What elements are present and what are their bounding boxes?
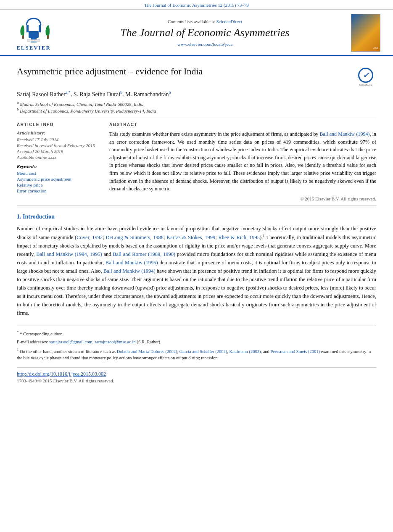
ref-garcia-2002[interactable]: Garcia and Schaller (2002)	[179, 349, 227, 353]
article-info-heading: ARTICLE INFO	[17, 122, 101, 127]
keyword-2[interactable]: Asymmetric price adjustment	[17, 176, 101, 182]
svg-rect-3	[39, 25, 41, 32]
sciencedirect-link[interactable]: ScienceDirect	[216, 19, 242, 24]
main-content-area: Asymmetric price adjustment – evidence f…	[0, 56, 393, 392]
author-3-super: b	[169, 90, 171, 95]
divider-2	[17, 205, 376, 206]
intro-body: Number of empirical studies in literatur…	[17, 224, 376, 317]
affil-b-label: b	[17, 107, 19, 111]
email-1[interactable]: sartajrasool@gmail.com	[49, 340, 92, 344]
author-3-name: M. Ramachandran	[125, 91, 169, 97]
introduction-section: 1. Introduction Number of empirical stud…	[17, 213, 376, 317]
ref-peersman-2001[interactable]: Peersman and Smets (2001)	[270, 349, 320, 353]
email-label: E-mail addresses:	[17, 340, 48, 344]
fn1-and: and	[263, 349, 269, 353]
online-date: Available online xxxx	[17, 155, 101, 160]
divider-1	[17, 118, 376, 118]
history-label: Article history:	[17, 130, 101, 135]
email-note: E-mail addresses: sartajrasool@gmail.com…	[17, 339, 376, 345]
email-author: (S.R. Rather).	[137, 340, 161, 344]
abstract-copyright: © 2015 Elsevier B.V. All rights reserved…	[109, 196, 376, 201]
ref-ball-romer-1989-90[interactable]: Ball and Romer (1989, 1990)	[113, 251, 175, 257]
elsevier-logo-section: ELSEVIER	[8, 14, 59, 51]
ref-rhee-1995[interactable]: Rhee & Rich, 1995	[218, 234, 260, 240]
affiliations: a Madras School of Economics, Chennai, T…	[17, 100, 376, 113]
ref-ball-mankiw-1994[interactable]: Ball and Mankiw (1994)	[320, 131, 370, 137]
authors-line: Sartaj Rasool Rathera,*, S. Raja Sethu D…	[17, 90, 376, 98]
svg-rect-6	[27, 40, 40, 42]
svg-rect-4	[22, 35, 24, 39]
footnote-area: * * Corresponding author. E-mail address…	[17, 326, 376, 361]
ref-karras-1999[interactable]: Karras & Stokes, 1999	[166, 234, 215, 240]
svg-rect-2	[26, 25, 29, 32]
author-2-name: S. Raja Sethu Durai	[74, 91, 120, 97]
received-date: Received 17 July 2014	[17, 137, 101, 142]
keyword-1[interactable]: Menu cost	[17, 171, 101, 176]
affil-a: a Madras School of Economics, Chennai, T…	[17, 100, 376, 107]
journal-header: ELSEVIER Contents lists available at Sci…	[0, 10, 393, 56]
svg-rect-5	[47, 35, 49, 39]
article-title-row: Asymmetric price adjustment – evidence f…	[17, 66, 376, 87]
keyword-3[interactable]: Relative price	[17, 182, 101, 187]
email-2[interactable]: sartajrasool@mse.ac.in	[95, 340, 136, 344]
affil-b-text: Department of Economics, Pondicherry Uni…	[20, 108, 156, 113]
doi-link[interactable]: http://dx.doi.org/10.1016/j.jeca.2015.03…	[17, 371, 376, 377]
svg-rect-1	[29, 31, 39, 38]
contents-label: Contents lists available at	[168, 19, 215, 24]
elsevier-wordmark: ELSEVIER	[16, 45, 51, 51]
sciencedirect-line: Contents lists available at ScienceDirec…	[63, 19, 347, 24]
journal-name: The Journal of Economic Asymmetries	[63, 26, 347, 39]
journal-cover-image: JEA	[351, 14, 385, 52]
journal-url[interactable]: www.elsevier.com/locate/jeca	[63, 42, 347, 47]
doi-section: http://dx.doi.org/10.1016/j.jeca.2015.03…	[17, 367, 376, 383]
ref-delong-1988[interactable]: DeLong & Summers, 1988	[106, 234, 164, 240]
fn1-line: 1 On the other hand, another stream of l…	[17, 347, 376, 361]
journal-citation-text: The Journal of Economic Asymmetries 12 (…	[144, 3, 248, 8]
ref-dolado-2002[interactable]: Dolado and Maria-Dolores (2002)	[117, 349, 177, 353]
ref-cover-1992[interactable]: Cover, 1992	[76, 234, 103, 240]
journal-title-area: Contents lists available at ScienceDirec…	[59, 19, 351, 47]
author-1-super: a,*	[66, 90, 71, 95]
article-history-block: Article history: Received 17 July 2014 R…	[17, 130, 101, 160]
intro-heading: 1. Introduction	[17, 213, 376, 220]
author-2-super: b	[120, 90, 122, 95]
journal-citation-bar: The Journal of Economic Asymmetries 12 (…	[0, 0, 393, 10]
affil-a-text: Madras School of Economics, Chennai, Tam…	[20, 101, 143, 106]
abstract-heading: ABSTRACT	[109, 122, 376, 127]
keyword-4[interactable]: Error correction	[17, 188, 101, 193]
keywords-label: Keywords:	[17, 164, 101, 169]
elsevier-tree-icon	[15, 14, 53, 44]
affil-a-label: a	[17, 100, 19, 105]
corresponding-author-note: * * Corresponding author.	[17, 329, 376, 337]
issn-line: 1703-4949/© 2015 Elsevier B.V. All right…	[17, 378, 376, 383]
corresponding-label: * Corresponding author.	[20, 331, 63, 336]
article-title: Asymmetric price adjustment – evidence f…	[17, 66, 355, 77]
abstract-text: This study examines whether there exists…	[109, 130, 376, 193]
crossmark-widget[interactable]: ✓ CrossMark	[355, 68, 376, 87]
cover-text: JEA	[373, 46, 378, 50]
jea-cover-thumbnail: JEA	[351, 14, 380, 52]
info-abstract-row: ARTICLE INFO Article history: Received 1…	[17, 122, 376, 201]
author-1-name: Sartaj Rasool Rather	[17, 91, 66, 97]
keywords-section: Keywords: Menu cost Asymmetric price adj…	[17, 164, 101, 193]
affil-b: b Department of Economics, Pondicherry U…	[17, 107, 376, 113]
crossmark-label: CrossMark	[359, 83, 372, 87]
article-info-col: ARTICLE INFO Article history: Received 1…	[17, 122, 101, 201]
ref-ball-mankiw-1994-95[interactable]: Ball and Mankiw (1994, 1995)	[36, 251, 102, 257]
abstract-col: ABSTRACT This study examines whether the…	[109, 122, 376, 201]
fn1-super: 1	[17, 348, 19, 352]
ref-kaufmann-2002[interactable]: Kaufmann (2002)	[229, 349, 261, 353]
ref-ball-mankiw-1995[interactable]: Ball and Mankiw (1995)	[106, 260, 158, 266]
accepted-date: Accepted 26 March 2015	[17, 149, 101, 154]
revised-date: Received in revised form 4 February 2015	[17, 143, 101, 148]
crossmark-icon: ✓	[358, 68, 373, 83]
ref-ball-mankiw-1994b[interactable]: Ball and Mankiw (1994)	[103, 268, 156, 274]
